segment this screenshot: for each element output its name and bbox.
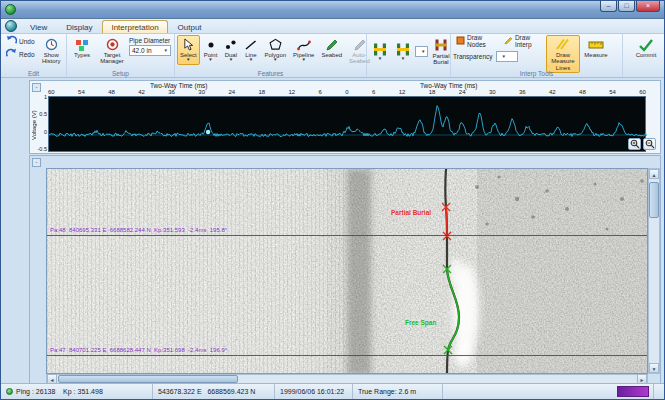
ribbon-tab-bar: View Display Interpretation Output <box>1 19 664 34</box>
scroll-up-arrow[interactable]: ▲ <box>649 169 659 179</box>
status-color-swatch <box>617 386 649 397</box>
interp-line[interactable] <box>47 235 648 236</box>
axis-tick: 36 <box>519 89 526 95</box>
interp-line[interactable] <box>47 355 648 356</box>
axis-tick: 48 <box>579 89 586 95</box>
axis-tick: 54 <box>78 89 85 95</box>
group-label-interp-tools: Interp Tools <box>451 70 622 77</box>
vertical-scrollbar[interactable]: ▲ ▼ <box>648 168 660 374</box>
ruler-icon <box>588 37 604 52</box>
partial-burial-button[interactable]: Partial Burial <box>429 36 452 68</box>
undo-button[interactable]: Undo <box>3 35 38 47</box>
redo-label: Redo <box>19 51 35 58</box>
auto-seabed-pencil-icon <box>353 37 366 52</box>
point-icon <box>205 37 217 52</box>
seabed-pencil-icon <box>325 37 338 52</box>
tab-interpretation[interactable]: Interpretation <box>102 20 167 33</box>
polygon-tool-button[interactable]: Polygon ▼ <box>261 35 289 65</box>
h-marker-icon <box>395 42 411 57</box>
maximize-button[interactable]: □ <box>618 1 635 12</box>
partial-burial-annotation: Partial Burial <box>391 209 431 216</box>
close-button[interactable]: × <box>636 1 660 12</box>
group-label-setup: Setup <box>67 70 174 77</box>
collapse-panel-button[interactable]: - <box>32 83 41 92</box>
chevron-down-icon: ▼ <box>208 58 212 63</box>
transparency-select[interactable]: ▼ <box>496 51 518 62</box>
point-tool-button[interactable]: Point ▼ <box>201 35 221 65</box>
chevron-down-icon: ▼ <box>378 57 382 62</box>
ribbon-group-interp-tools: Draw Nodes Draw Interp Transparency ▼ <box>451 34 623 77</box>
axis-tick: 42 <box>138 89 145 95</box>
zoom-out-button[interactable] <box>643 138 656 150</box>
signal-trace-chart <box>48 96 646 152</box>
axis-tick: 60 <box>48 89 55 95</box>
types-button[interactable]: Types <box>69 35 95 60</box>
chevron-down-icon: ▼ <box>273 58 277 63</box>
interp-line-label: Pa:47 840701.225 E 6688628.447 N Kp:351.… <box>50 347 227 353</box>
draw-interp-pencil-icon <box>504 36 513 46</box>
commit-button[interactable]: Commit <box>630 35 662 60</box>
app-icon <box>5 4 16 15</box>
group-label-edit: Edit <box>1 70 66 77</box>
sonar-image-view[interactable]: Pa:48 840695.331 E 6688582.244 N Kp:351.… <box>46 168 648 374</box>
status-end-cell <box>653 384 664 399</box>
marker-h-button-1[interactable]: ▼ <box>369 40 391 64</box>
titlebar: – □ × <box>1 1 664 19</box>
commit-check-icon <box>638 37 654 52</box>
group-label-features: Features <box>175 70 366 77</box>
minimize-button[interactable]: – <box>600 1 617 12</box>
app-menu-button[interactable] <box>5 20 17 32</box>
target-manager-button[interactable]: Target Manager <box>96 35 128 67</box>
show-history-button[interactable]: Show History <box>39 35 64 67</box>
line-tool-button[interactable]: Line ▼ <box>241 35 260 65</box>
select-cursor-icon <box>183 37 194 52</box>
measure-button[interactable]: Measure <box>581 35 611 60</box>
vertical-scroll-thumb[interactable] <box>649 182 659 218</box>
horizontal-scroll-thumb[interactable] <box>58 375 238 383</box>
axis-tick: 24 <box>228 89 235 95</box>
axis-tick: 18 <box>258 89 265 95</box>
status-range-cell: True Range: 2.6 m <box>353 384 443 399</box>
scroll-down-arrow[interactable]: ▼ <box>649 363 659 373</box>
tab-view[interactable]: View <box>21 20 56 33</box>
select-tool-button[interactable]: Select ▼ <box>177 35 200 65</box>
signal-trace-svg <box>49 97 647 153</box>
status-ping-text: Ping : 26138 Kp : 351.498 <box>16 388 103 395</box>
dual-tool-button[interactable]: Dual ▼ <box>221 35 240 65</box>
pipe-diameter-select[interactable]: 42.0 in ▼ <box>129 45 171 56</box>
zoom-in-button[interactable] <box>628 138 641 150</box>
collapse-panel-button[interactable]: - <box>32 158 41 167</box>
pipe-diameter-label: Pipe Diameter <box>129 37 171 44</box>
interp-line-label: Pa:48 840695.331 E 6688582.244 N Kp:351.… <box>50 227 227 233</box>
draw-nodes-toggle[interactable]: Draw Nodes <box>453 35 499 47</box>
chevron-down-icon: ▼ <box>502 54 506 59</box>
undo-icon <box>6 35 17 47</box>
burial-type-select[interactable]: ▼ <box>415 46 428 57</box>
axis-tick: 6 <box>372 89 375 95</box>
partial-burial-label: Partial Burial <box>432 53 449 66</box>
commit-label: Commit <box>636 52 657 58</box>
types-label: Types <box>74 52 90 58</box>
tab-display[interactable]: Display <box>57 20 101 33</box>
redo-button[interactable]: Redo <box>3 48 38 60</box>
h-marker-icon <box>372 42 388 57</box>
voltage-axis-title: Voltage (V) <box>31 99 37 151</box>
waveform-panel: - Two-Way Time (ms) Two-Way Time (ms) 60… <box>29 80 661 154</box>
chevron-down-icon: ▼ <box>302 58 306 63</box>
marker-h-button-2[interactable]: ▼ <box>392 40 414 64</box>
seabed-tool-button[interactable]: Seabed <box>318 35 345 60</box>
target-manager-label: Target Manager <box>99 52 125 65</box>
partial-burial-icon <box>434 38 448 53</box>
draw-interp-toggle[interactable]: Draw Interp <box>501 35 545 47</box>
chevron-down-icon: ▼ <box>421 49 425 54</box>
time-axis-ticks: 605448423630241812606121824303642485460 <box>48 89 646 95</box>
free-span-annotation: Free Span <box>405 319 436 326</box>
axis-tick: 6 <box>319 89 322 95</box>
draw-measure-lines-button[interactable]: Draw Measure Lines <box>546 35 580 73</box>
axis-tick: 1 <box>44 94 47 100</box>
axis-tick: 30 <box>489 89 496 95</box>
axis-tick: 18 <box>429 89 436 95</box>
pipeline-tool-button[interactable]: Pipeline ▼ <box>290 35 317 65</box>
voltage-axis-ticks: 10.50-0.5 <box>38 94 47 152</box>
tab-output[interactable]: Output <box>169 20 211 33</box>
